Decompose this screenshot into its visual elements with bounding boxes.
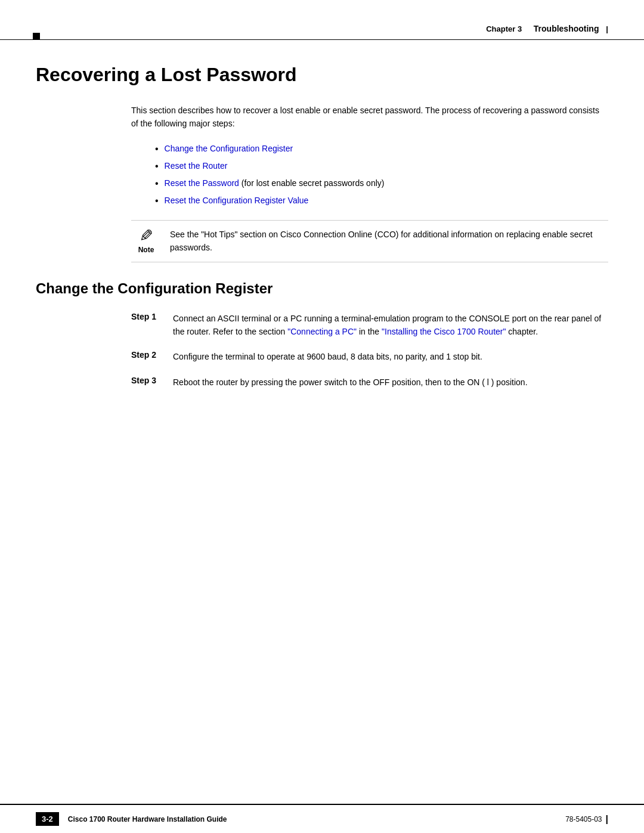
link-reset-config-value[interactable]: Reset the Configuration Register Value [165,194,309,207]
page-footer: 3-2 Cisco 1700 Router Hardware Installat… [0,804,644,833]
bullet-dot: • [155,142,159,156]
bullet-dot: • [155,159,159,174]
step-3-label: Step 3 [131,376,173,385]
bullet-dot: • [155,194,159,208]
page-container: Chapter 3 Troubleshooting | Recovering a… [0,0,644,833]
step-2-row: Step 2 Configure the terminal to operate… [131,350,608,363]
bullet-text: Reset the Password (for lost enable secr… [165,177,385,190]
header-chapter: Chapter 3 [486,24,522,33]
note-text: See the "Hot Tips" section on Cisco Conn… [170,228,608,255]
link-change-config[interactable]: Change the Configuration Register [165,143,293,155]
step-1-content: Connect an ASCII terminal or a PC runnin… [173,312,608,339]
step-1-row: Step 1 Connect an ASCII terminal or a PC… [131,312,608,339]
step-3-content: Reboot the router by pressing the power … [173,376,608,389]
list-item: • Reset the Router [155,160,608,174]
header-divider: Troubleshooting [527,24,601,33]
step-3-row: Step 3 Reboot the router by pressing the… [131,376,608,389]
step-2-content: Configure the terminal to operate at 960… [173,350,608,363]
list-item: • Change the Configuration Register [155,143,608,156]
link-installing-cisco[interactable]: "Installing the Cisco 1700 Router" [382,327,506,336]
footer-page-number: 3-2 [36,812,59,826]
bullet-dot: • [155,176,159,191]
link-reset-password[interactable]: Reset the Password [165,178,239,188]
page-title: Recovering a Lost Password [36,64,608,86]
pencil-icon: ✎ [140,228,153,244]
step-1-label: Step 1 [131,312,173,321]
bullet-list: • Change the Configuration Register • Re… [155,143,608,208]
section-heading: Change the Configuration Register [36,280,608,297]
step-2-label: Step 2 [131,350,173,360]
note-icon-area: ✎ Note [131,228,161,254]
note-label: Note [138,246,154,254]
bullet-suffix: (for lost enable secret passwords only) [242,178,385,188]
link-connecting-pc[interactable]: "Connecting a PC" [287,327,357,336]
footer-doc-number: 78-5405-03 [565,815,602,823]
steps-container: Step 1 Connect an ASCII terminal or a PC… [131,312,608,389]
main-content: Recovering a Lost Password This section … [0,40,644,804]
footer-right-bar: | [606,814,608,825]
list-item: • Reset the Configuration Register Value [155,194,608,208]
footer-right: 78-5405-03 | [565,814,608,825]
header-bar: | [606,24,608,33]
link-reset-router[interactable]: Reset the Router [165,160,228,172]
footer-left: 3-2 Cisco 1700 Router Hardware Installat… [36,812,227,826]
top-bullet-decoration [33,33,40,40]
intro-paragraph: This section describes how to recover a … [131,104,608,131]
page-header: Chapter 3 Troubleshooting | [0,0,644,40]
footer-title: Cisco 1700 Router Hardware Installation … [68,815,227,823]
note-box: ✎ Note See the "Hot Tips" section on Cis… [131,220,608,262]
list-item: • Reset the Password (for lost enable se… [155,177,608,191]
